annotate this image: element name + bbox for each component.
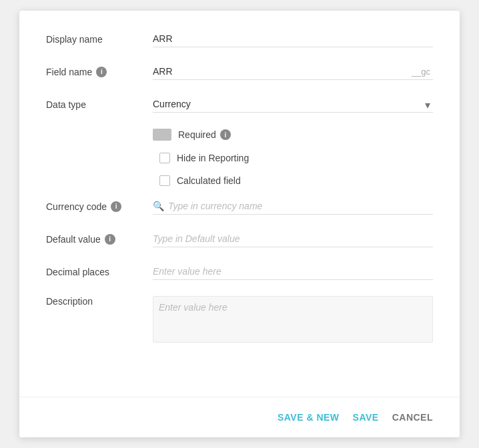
field-name-info-icon[interactable]: i	[96, 67, 107, 77]
cancel-button[interactable]: CANCEL	[392, 409, 433, 425]
decimal-places-input[interactable]	[153, 263, 433, 280]
field-name-input[interactable]	[153, 63, 412, 79]
default-value-control	[153, 231, 433, 247]
hide-reporting-checkbox[interactable]	[159, 153, 170, 163]
decimal-places-label: Decimal places	[46, 267, 153, 277]
field-name-row: Field name i __gc	[46, 63, 433, 80]
save-button[interactable]: SAVE	[353, 409, 379, 425]
currency-search-wrapper: 🔍	[153, 198, 433, 215]
modal-dialog: Display name Field name i __gc Data type	[19, 11, 460, 437]
currency-code-input[interactable]	[168, 198, 433, 214]
hide-reporting-label: Hide in Reporting	[177, 153, 249, 163]
currency-code-control: 🔍	[153, 198, 433, 215]
default-value-row: Default value i	[46, 231, 433, 247]
field-name-suffix: __gc	[412, 67, 433, 77]
decimal-places-row: Decimal places	[46, 263, 433, 280]
data-type-row: Data type Currency Text Number Date Bool…	[46, 96, 433, 113]
currency-code-label: Currency code i	[46, 201, 153, 212]
description-textarea[interactable]	[153, 296, 433, 343]
description-control	[153, 296, 433, 345]
hide-reporting-row: Hide in Reporting	[46, 153, 433, 163]
data-type-select-wrapper: Currency Text Number Date Boolean ▾	[153, 96, 433, 113]
default-value-info-icon[interactable]: i	[105, 234, 115, 245]
field-name-control: __gc	[153, 63, 433, 80]
calculated-field-label: Calculated field	[177, 175, 241, 186]
description-row: Description	[46, 296, 433, 345]
calculated-field-row: Calculated field	[46, 175, 433, 186]
currency-code-row: Currency code i 🔍	[46, 198, 433, 215]
field-name-wrapper: __gc	[153, 63, 433, 80]
modal-footer: SAVE & NEW SAVE CANCEL	[19, 397, 460, 437]
data-type-control: Currency Text Number Date Boolean ▾	[153, 96, 433, 113]
description-label: Description	[46, 296, 153, 307]
calculated-field-checkbox[interactable]	[159, 175, 170, 186]
display-name-label: Display name	[46, 34, 153, 45]
data-type-label: Data type	[46, 99, 153, 110]
required-label: Required i	[178, 129, 231, 140]
field-name-label: Field name i	[46, 67, 153, 77]
data-type-select[interactable]: Currency Text Number Date Boolean	[153, 96, 433, 113]
save-new-button[interactable]: SAVE & NEW	[278, 409, 340, 425]
currency-code-info-icon[interactable]: i	[111, 201, 121, 212]
default-value-input[interactable]	[153, 231, 433, 247]
decimal-places-control	[153, 263, 433, 280]
required-info-icon[interactable]: i	[220, 129, 231, 140]
search-icon: 🔍	[153, 201, 164, 211]
default-value-label: Default value i	[46, 234, 153, 245]
display-name-row: Display name	[46, 31, 433, 47]
display-name-control	[153, 31, 433, 47]
modal-body: Display name Field name i __gc Data type	[19, 11, 460, 397]
display-name-input[interactable]	[153, 31, 433, 47]
required-toggle[interactable]	[153, 129, 171, 141]
required-row: Required i	[46, 129, 433, 141]
